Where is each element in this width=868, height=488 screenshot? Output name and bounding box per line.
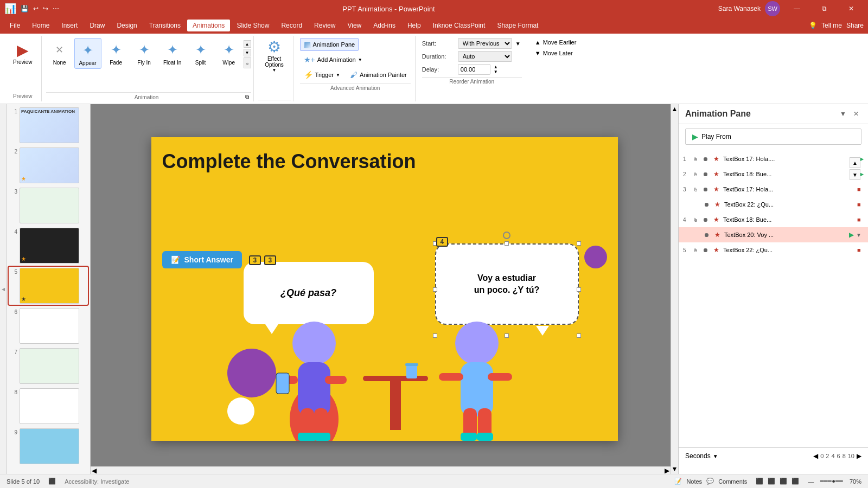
anim-list-item-1[interactable]: 1 🖱 ⏺ ★ TextBox 17: Hola.... ▶ — [679, 151, 868, 166]
view-slide-sorter-icon[interactable]: ⬛ — [768, 478, 775, 485]
canvas-area[interactable]: ▲ ▼ ◀ ▶ Complete the Conversation 📝 Shor… — [91, 104, 678, 474]
effect-options-button[interactable]: ⚙ EffectOptions ▼ — [258, 36, 291, 75]
anim-wipe[interactable]: ✦ Wipe — [215, 38, 242, 68]
anim-scroll-down[interactable]: ▼ — [244, 49, 251, 56]
horizontal-scrollbar[interactable]: ◀ ▶ — [91, 466, 671, 474]
panel-collapse[interactable]: ◀ — [0, 104, 7, 474]
animation-painter-button[interactable]: 🖌 Animation Painter — [346, 68, 411, 81]
menu-draw[interactable]: Draw — [84, 20, 110, 31]
view-slideshow-icon[interactable]: ⬛ — [792, 478, 799, 485]
user-avatar[interactable]: SW — [765, 1, 780, 16]
anim-appear-icon: ✦ — [78, 41, 98, 60]
zoom-slider[interactable]: ━━━●━━ — [820, 478, 843, 485]
animation-expand-icon[interactable]: ⧉ — [245, 94, 249, 100]
view-reading-icon[interactable]: ⬛ — [780, 478, 787, 485]
slide-thumb-9[interactable]: 9 — [9, 427, 88, 465]
anim-list-item-5[interactable]: 5 🖱 ⏺ ★ TextBox 22: ¿Qu... ■ — [679, 242, 868, 258]
timeline-nav-left[interactable]: ◀ — [813, 452, 818, 460]
menu-record[interactable]: Record — [276, 20, 308, 31]
close-button[interactable]: ✕ — [839, 0, 864, 17]
scroll-right-button[interactable]: ▶ — [663, 466, 671, 474]
rotate-handle[interactable] — [503, 232, 510, 239]
move-earlier-button[interactable]: ▲ Move Earlier — [533, 38, 600, 47]
slide-thumb-1[interactable]: 1 PAQUICANTE ANIMATION — [9, 106, 88, 144]
menu-help[interactable]: Help — [402, 20, 426, 31]
add-animation-button[interactable]: ★+ Add Animation ▼ — [300, 53, 366, 66]
play-from-button[interactable]: ▶ Play From — [685, 129, 861, 145]
short-answer-button[interactable]: 📝 Short Answer — [162, 251, 242, 268]
anim-none[interactable]: ✕ None — [46, 38, 73, 68]
anim-nav-down[interactable]: ▼ — [850, 169, 860, 180]
slide-thumb-8[interactable]: 8 — [9, 387, 88, 425]
slide-thumb-5[interactable]: 5 ★ — [9, 267, 88, 305]
timing-delay-spin[interactable]: ▲ ▼ — [494, 65, 498, 74]
anim-list-item-3-sub[interactable]: ⏺ ★ TextBox 22: ¿Qu... ■ — [679, 197, 868, 212]
anim-split[interactable]: ✦ Split — [187, 38, 214, 68]
slide-thumb-4[interactable]: 4 ★ — [9, 227, 88, 265]
anim-item-2-trigger: 🖱 — [693, 171, 700, 177]
status-bar: Slide 5 of 10 ⬛ Accessibility: Investiga… — [0, 474, 868, 488]
timing-start-select[interactable]: With Previous On Click After Previous — [458, 38, 512, 49]
menu-view[interactable]: View — [342, 20, 367, 31]
scroll-up-button[interactable]: ▲ — [671, 104, 678, 114]
handle-tr[interactable] — [577, 241, 581, 246]
accessibility-info[interactable]: Accessibility: Investigate — [65, 478, 129, 485]
tell-me[interactable]: Tell me — [821, 22, 842, 29]
anim-scroll-more[interactable]: ⬦ — [244, 57, 251, 68]
slide-thumb-6[interactable]: 6 — [9, 307, 88, 345]
trigger-button[interactable]: ⚡ Trigger ▼ — [300, 68, 344, 81]
menu-transitions[interactable]: Transitions — [144, 20, 186, 31]
anim-timeline: Seconds ▼ ◀ 0 2 4 6 8 10 ▶ — [679, 447, 868, 474]
slide-thumb-3[interactable]: 3 — [9, 187, 88, 224]
quick-undo[interactable]: ↩ — [33, 5, 39, 12]
anim-item-4sub-expand[interactable]: ▼ — [856, 232, 864, 238]
anim-pane-close[interactable]: ✕ — [851, 108, 861, 119]
notes-label[interactable]: Notes — [686, 478, 702, 485]
timing-delay-input[interactable] — [458, 64, 490, 75]
menu-inknoe[interactable]: Inknoe ClassPoint — [427, 20, 491, 31]
anim-appear[interactable]: ✦ Appear — [74, 38, 101, 69]
anim-scroll-up[interactable]: ▲ — [244, 40, 251, 48]
menu-review[interactable]: Review — [309, 20, 341, 31]
slide-thumb-7[interactable]: 7 — [9, 347, 88, 385]
quick-redo[interactable]: ↪ — [43, 5, 48, 12]
timing-duration-select[interactable]: Auto 0.5 1 2 — [458, 51, 512, 62]
move-later-button[interactable]: ▼ Move Later — [533, 49, 600, 57]
share-icon[interactable]: Share — [846, 22, 864, 29]
restore-button[interactable]: ⧉ — [812, 0, 837, 17]
vertical-scrollbar[interactable]: ▲ ▼ — [671, 104, 678, 474]
quick-extras[interactable]: ⋯ — [53, 5, 59, 12]
preview-button[interactable]: ▶ Preview — [9, 38, 37, 68]
handle-tc[interactable] — [505, 241, 509, 246]
anim-list-item-4-sub[interactable]: ⏺ ★ TextBox 20: Voy ... ▶ ▼ — [679, 227, 868, 242]
anim-list-item-2[interactable]: 2 🖱 ⏺ ★ TextBox 18: Bue... ▶ — [679, 166, 868, 182]
scroll-left-button[interactable]: ◀ — [91, 466, 98, 474]
title-bar-right: Sara Wanasek SW — ⧉ ✕ — [718, 0, 864, 17]
menu-shapeformat[interactable]: Shape Format — [492, 20, 544, 31]
menu-animations[interactable]: Animations — [187, 20, 230, 31]
timing-start-arrow: ▼ — [515, 41, 521, 47]
menu-addins[interactable]: Add-ins — [368, 20, 401, 31]
seconds-dropdown[interactable]: Seconds ▼ — [685, 452, 718, 460]
title-bar-left: 📊 💾 ↩ ↪ ⋯ — [4, 3, 59, 15]
menu-design[interactable]: Design — [111, 20, 142, 31]
anim-list-item-3[interactable]: 3 🖱 ⏺ ★ TextBox 17: Hola... ■ — [679, 182, 868, 197]
minimize-button[interactable]: — — [784, 0, 809, 17]
anim-list-item-4[interactable]: 4 🖱 ⏺ ★ TextBox 18: Bue... ■ — [679, 212, 868, 227]
animation-pane-button[interactable]: ▦ Animation Pane — [300, 38, 359, 51]
view-normal-icon[interactable]: ⬛ — [756, 478, 763, 485]
anim-nav-up[interactable]: ▲ — [850, 157, 860, 168]
menu-file[interactable]: File — [4, 20, 25, 31]
menu-insert[interactable]: Insert — [56, 20, 83, 31]
anim-fade[interactable]: ✦ Fade — [103, 38, 130, 68]
anim-flyin[interactable]: ✦ Fly In — [131, 38, 158, 68]
quick-save[interactable]: 💾 — [21, 5, 29, 12]
scroll-down-button[interactable]: ▼ — [671, 464, 678, 474]
timeline-nav-right[interactable]: ▶ — [857, 452, 861, 460]
menu-home[interactable]: Home — [27, 20, 55, 31]
slide-thumb-2[interactable]: 2 ★ — [9, 146, 88, 184]
anim-floatin[interactable]: ✦ Float In — [159, 38, 186, 68]
anim-pane-dropdown[interactable]: ▼ — [838, 108, 848, 119]
menu-slideshow[interactable]: Slide Show — [231, 20, 275, 31]
comments-label[interactable]: Comments — [718, 478, 747, 485]
